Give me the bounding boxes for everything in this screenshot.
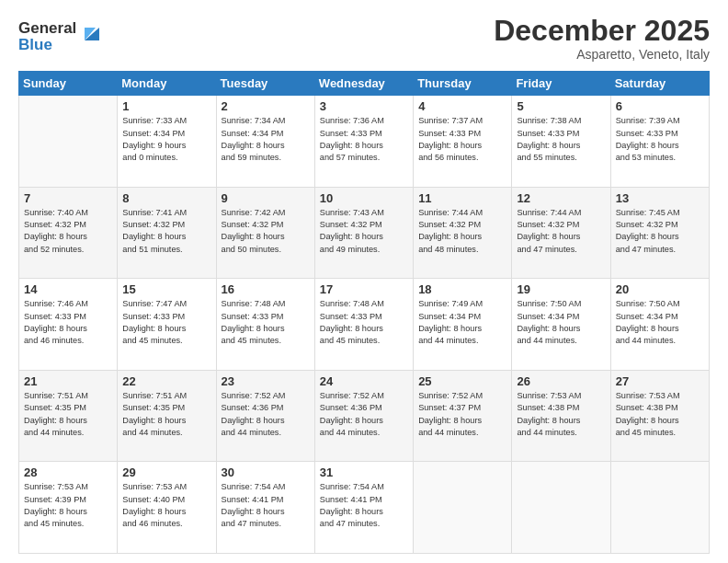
weekday-header-sunday: Sunday xyxy=(19,72,118,96)
weekday-header-friday: Friday xyxy=(512,72,610,96)
day-number: 9 xyxy=(222,191,310,205)
day-info: Sunrise: 7:52 AMSunset: 4:36 PMDaylight:… xyxy=(222,390,310,439)
day-info: Sunrise: 7:50 AMSunset: 4:34 PMDaylight:… xyxy=(517,298,605,347)
day-info: Sunrise: 7:54 AMSunset: 4:41 PMDaylight:… xyxy=(320,481,408,530)
day-info: Sunrise: 7:39 AMSunset: 4:33 PMDaylight:… xyxy=(616,115,704,164)
day-number: 10 xyxy=(320,191,408,205)
day-number: 27 xyxy=(616,374,704,388)
day-info: Sunrise: 7:53 AMSunset: 4:38 PMDaylight:… xyxy=(616,390,704,439)
day-number: 13 xyxy=(616,191,704,205)
weekday-header-wednesday: Wednesday xyxy=(314,72,413,96)
calendar-cell: 3Sunrise: 7:36 AMSunset: 4:33 PMDaylight… xyxy=(314,96,413,188)
calendar-cell: 18Sunrise: 7:49 AMSunset: 4:34 PMDayligh… xyxy=(414,279,512,371)
svg-text:Blue: Blue xyxy=(18,36,52,53)
calendar-cell: 30Sunrise: 7:54 AMSunset: 4:41 PMDayligh… xyxy=(216,462,314,554)
calendar-cell: 4Sunrise: 7:37 AMSunset: 4:33 PMDaylight… xyxy=(414,96,512,188)
calendar-week-1: 1Sunrise: 7:33 AMSunset: 4:34 PMDaylight… xyxy=(19,96,710,188)
day-number: 11 xyxy=(418,191,506,205)
calendar-cell: 12Sunrise: 7:44 AMSunset: 4:32 PMDayligh… xyxy=(512,187,610,279)
day-info: Sunrise: 7:52 AMSunset: 4:36 PMDaylight:… xyxy=(320,390,408,439)
location-subtitle: Asparetto, Veneto, Italy xyxy=(494,47,710,62)
day-info: Sunrise: 7:38 AMSunset: 4:33 PMDaylight:… xyxy=(517,115,605,164)
day-number: 20 xyxy=(616,282,704,296)
day-info: Sunrise: 7:49 AMSunset: 4:34 PMDaylight:… xyxy=(418,298,506,347)
calendar-cell: 19Sunrise: 7:50 AMSunset: 4:34 PMDayligh… xyxy=(512,279,610,371)
weekday-header-saturday: Saturday xyxy=(610,72,709,96)
day-number: 2 xyxy=(222,99,310,113)
day-number: 24 xyxy=(320,374,408,388)
weekday-header-monday: Monday xyxy=(118,72,216,96)
calendar-cell: 8Sunrise: 7:41 AMSunset: 4:32 PMDaylight… xyxy=(118,187,216,279)
calendar-cell xyxy=(512,462,610,554)
day-number: 15 xyxy=(122,282,210,296)
calendar-cell: 10Sunrise: 7:43 AMSunset: 4:32 PMDayligh… xyxy=(314,187,413,279)
day-info: Sunrise: 7:46 AMSunset: 4:33 PMDaylight:… xyxy=(24,298,112,347)
calendar-week-3: 14Sunrise: 7:46 AMSunset: 4:33 PMDayligh… xyxy=(19,279,710,371)
day-info: Sunrise: 7:44 AMSunset: 4:32 PMDaylight:… xyxy=(517,207,605,256)
calendar-cell: 31Sunrise: 7:54 AMSunset: 4:41 PMDayligh… xyxy=(314,462,413,554)
calendar-cell: 23Sunrise: 7:52 AMSunset: 4:36 PMDayligh… xyxy=(216,370,314,462)
calendar-cell: 5Sunrise: 7:38 AMSunset: 4:33 PMDaylight… xyxy=(512,96,610,188)
calendar-cell: 14Sunrise: 7:46 AMSunset: 4:33 PMDayligh… xyxy=(19,279,118,371)
day-info: Sunrise: 7:51 AMSunset: 4:35 PMDaylight:… xyxy=(122,390,210,439)
day-number: 29 xyxy=(122,465,210,479)
calendar-cell: 17Sunrise: 7:48 AMSunset: 4:33 PMDayligh… xyxy=(314,279,413,371)
calendar-cell: 27Sunrise: 7:53 AMSunset: 4:38 PMDayligh… xyxy=(610,370,709,462)
day-info: Sunrise: 7:51 AMSunset: 4:35 PMDaylight:… xyxy=(24,390,112,439)
day-info: Sunrise: 7:43 AMSunset: 4:32 PMDaylight:… xyxy=(320,207,408,256)
logo: General Blue xyxy=(18,15,101,59)
day-info: Sunrise: 7:53 AMSunset: 4:38 PMDaylight:… xyxy=(517,390,605,439)
day-info: Sunrise: 7:33 AMSunset: 4:34 PMDaylight:… xyxy=(122,115,210,164)
day-number: 1 xyxy=(122,99,210,113)
day-number: 26 xyxy=(517,374,605,388)
calendar-cell: 13Sunrise: 7:45 AMSunset: 4:32 PMDayligh… xyxy=(610,187,709,279)
day-info: Sunrise: 7:48 AMSunset: 4:33 PMDaylight:… xyxy=(222,298,310,347)
calendar-cell xyxy=(414,462,512,554)
calendar-cell: 25Sunrise: 7:52 AMSunset: 4:37 PMDayligh… xyxy=(414,370,512,462)
calendar-cell: 2Sunrise: 7:34 AMSunset: 4:34 PMDaylight… xyxy=(216,96,314,188)
day-number: 31 xyxy=(320,465,408,479)
weekday-header-tuesday: Tuesday xyxy=(216,72,314,96)
calendar-cell: 20Sunrise: 7:50 AMSunset: 4:34 PMDayligh… xyxy=(610,279,709,371)
page: General Blue December 2025 Asparetto, Ve… xyxy=(0,0,728,563)
weekday-header-row: SundayMondayTuesdayWednesdayThursdayFrid… xyxy=(19,72,710,96)
day-info: Sunrise: 7:53 AMSunset: 4:39 PMDaylight:… xyxy=(24,481,112,530)
calendar-cell: 6Sunrise: 7:39 AMSunset: 4:33 PMDaylight… xyxy=(610,96,709,188)
svg-text:General: General xyxy=(18,19,76,37)
day-number: 19 xyxy=(517,282,605,296)
logo-svg: General Blue xyxy=(18,15,101,55)
calendar-cell: 15Sunrise: 7:47 AMSunset: 4:33 PMDayligh… xyxy=(118,279,216,371)
calendar-cell: 28Sunrise: 7:53 AMSunset: 4:39 PMDayligh… xyxy=(19,462,118,554)
day-number: 3 xyxy=(320,99,408,113)
day-number: 4 xyxy=(418,99,506,113)
day-number: 8 xyxy=(122,191,210,205)
title-block: December 2025 Asparetto, Veneto, Italy xyxy=(494,15,710,62)
day-info: Sunrise: 7:34 AMSunset: 4:34 PMDaylight:… xyxy=(222,115,310,164)
header: General Blue December 2025 Asparetto, Ve… xyxy=(18,15,710,62)
calendar-cell: 26Sunrise: 7:53 AMSunset: 4:38 PMDayligh… xyxy=(512,370,610,462)
calendar-cell xyxy=(19,96,118,188)
day-number: 25 xyxy=(418,374,506,388)
calendar-cell: 16Sunrise: 7:48 AMSunset: 4:33 PMDayligh… xyxy=(216,279,314,371)
day-number: 28 xyxy=(24,465,112,479)
day-info: Sunrise: 7:41 AMSunset: 4:32 PMDaylight:… xyxy=(122,207,210,256)
day-info: Sunrise: 7:40 AMSunset: 4:32 PMDaylight:… xyxy=(24,207,112,256)
day-number: 21 xyxy=(24,374,112,388)
calendar-week-4: 21Sunrise: 7:51 AMSunset: 4:35 PMDayligh… xyxy=(19,370,710,462)
day-number: 22 xyxy=(122,374,210,388)
day-info: Sunrise: 7:50 AMSunset: 4:34 PMDaylight:… xyxy=(616,298,704,347)
calendar-cell: 22Sunrise: 7:51 AMSunset: 4:35 PMDayligh… xyxy=(118,370,216,462)
calendar-cell xyxy=(610,462,709,554)
day-number: 30 xyxy=(222,465,310,479)
calendar-cell: 11Sunrise: 7:44 AMSunset: 4:32 PMDayligh… xyxy=(414,187,512,279)
day-info: Sunrise: 7:47 AMSunset: 4:33 PMDaylight:… xyxy=(122,298,210,347)
month-title: December 2025 xyxy=(494,15,710,47)
day-number: 12 xyxy=(517,191,605,205)
day-info: Sunrise: 7:44 AMSunset: 4:32 PMDaylight:… xyxy=(418,207,506,256)
calendar-table: SundayMondayTuesdayWednesdayThursdayFrid… xyxy=(18,71,710,554)
calendar-cell: 1Sunrise: 7:33 AMSunset: 4:34 PMDaylight… xyxy=(118,96,216,188)
day-info: Sunrise: 7:45 AMSunset: 4:32 PMDaylight:… xyxy=(616,207,704,256)
day-info: Sunrise: 7:42 AMSunset: 4:32 PMDaylight:… xyxy=(222,207,310,256)
day-number: 17 xyxy=(320,282,408,296)
day-number: 6 xyxy=(616,99,704,113)
